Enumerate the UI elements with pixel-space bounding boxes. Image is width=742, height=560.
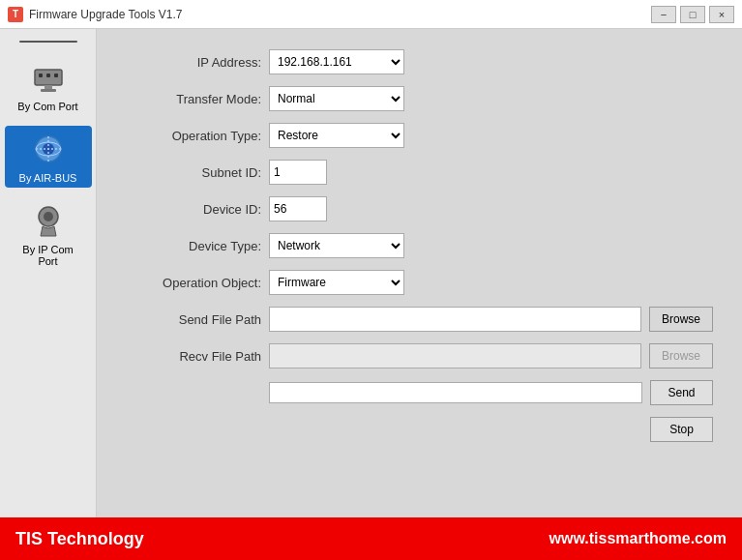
sidebar-label-com-port: By Com Port — [17, 101, 77, 112]
svg-rect-2 — [46, 74, 50, 77]
close-button[interactable]: × — [709, 6, 734, 23]
browse-send-button[interactable]: Browse — [649, 307, 713, 332]
ip-address-label: IP Address: — [126, 55, 261, 70]
subnet-id-label: Subnet ID: — [126, 165, 261, 180]
transfer-mode-row: Transfer Mode: Normal Fast — [126, 85, 713, 112]
minimize-button[interactable]: − — [651, 6, 676, 23]
svg-rect-3 — [54, 74, 58, 77]
operation-type-label: Operation Type: — [126, 129, 261, 143]
operation-type-row: Operation Type: Restore Upgrade — [126, 122, 713, 149]
sidebar: By Com Port By AIR-BUS — [0, 29, 97, 517]
send-button[interactable]: Send — [650, 380, 713, 405]
operation-type-select[interactable]: Restore Upgrade — [269, 123, 404, 148]
send-file-path-label: Send File Path — [126, 312, 261, 327]
device-type-label: Device Type: — [126, 239, 261, 253]
svg-rect-4 — [45, 85, 52, 89]
title-bar: T Firmware Upgrade Tools V1.7 − □ × — [0, 0, 742, 29]
app-icon: T — [8, 7, 23, 22]
sidebar-item-by-ip-com-port[interactable]: By IP Com Port — [5, 197, 92, 271]
send-file-path-row: Send File Path Browse — [126, 306, 713, 333]
operation-object-select[interactable]: Firmware Config — [269, 270, 404, 295]
content-area: IP Address: 192.168.1.161 192.168.1.1 Tr… — [97, 29, 742, 517]
sidebar-label-ip-com-port: By IP Com Port — [13, 244, 84, 267]
stop-button-row: Stop — [126, 416, 713, 443]
device-id-label: Device ID: — [126, 202, 261, 217]
recv-file-path-label: Recv File Path — [126, 349, 261, 364]
title-bar-text: Firmware Upgrade Tools V1.7 — [29, 8, 651, 21]
com-port-icon — [29, 58, 68, 97]
ip-address-row: IP Address: 192.168.1.161 192.168.1.1 — [126, 48, 713, 75]
device-id-input[interactable] — [269, 196, 327, 221]
subnet-id-row: Subnet ID: — [126, 159, 713, 186]
maximize-button[interactable]: □ — [680, 6, 705, 23]
transfer-mode-label: Transfer Mode: — [126, 92, 261, 106]
operation-object-label: Operation Object: — [126, 276, 261, 290]
svg-rect-1 — [39, 74, 43, 77]
send-file-path-input[interactable] — [269, 307, 641, 332]
footer-left-text: TIS Technology — [15, 529, 144, 549]
transfer-mode-select[interactable]: Normal Fast — [269, 86, 404, 111]
svg-point-10 — [44, 212, 53, 221]
recv-file-path-row: Recv File Path Browse — [126, 342, 713, 369]
progress-bar — [269, 382, 642, 403]
device-type-row: Device Type: Network Gateway Sensor — [126, 232, 713, 259]
title-bar-buttons: − □ × — [651, 6, 734, 23]
device-id-row: Device ID: — [126, 195, 713, 222]
main-container: By Com Port By AIR-BUS — [0, 29, 742, 517]
device-type-select[interactable]: Network Gateway Sensor — [269, 233, 404, 258]
operation-object-row: Operation Object: Firmware Config — [126, 269, 713, 296]
ip-address-select[interactable]: 192.168.1.161 192.168.1.1 — [269, 49, 404, 74]
stop-button[interactable]: Stop — [650, 417, 713, 442]
sidebar-item-by-air-bus[interactable]: By AIR-BUS — [5, 126, 92, 188]
air-bus-icon — [29, 130, 68, 168]
footer: TIS Technology www.tissmarthome.com — [0, 517, 742, 560]
recv-file-path-input[interactable] — [269, 343, 641, 368]
sidebar-divider — [19, 41, 77, 43]
sidebar-label-air-bus: By AIR-BUS — [19, 172, 77, 184]
subnet-id-input[interactable] — [269, 160, 327, 185]
ip-com-port-icon — [29, 201, 68, 240]
sidebar-item-by-com-port[interactable]: By Com Port — [5, 54, 92, 116]
browse-recv-button[interactable]: Browse — [649, 343, 713, 368]
footer-right-text: www.tissmarthome.com — [549, 530, 727, 547]
progress-row: Send — [126, 379, 713, 406]
svg-rect-5 — [41, 89, 56, 92]
